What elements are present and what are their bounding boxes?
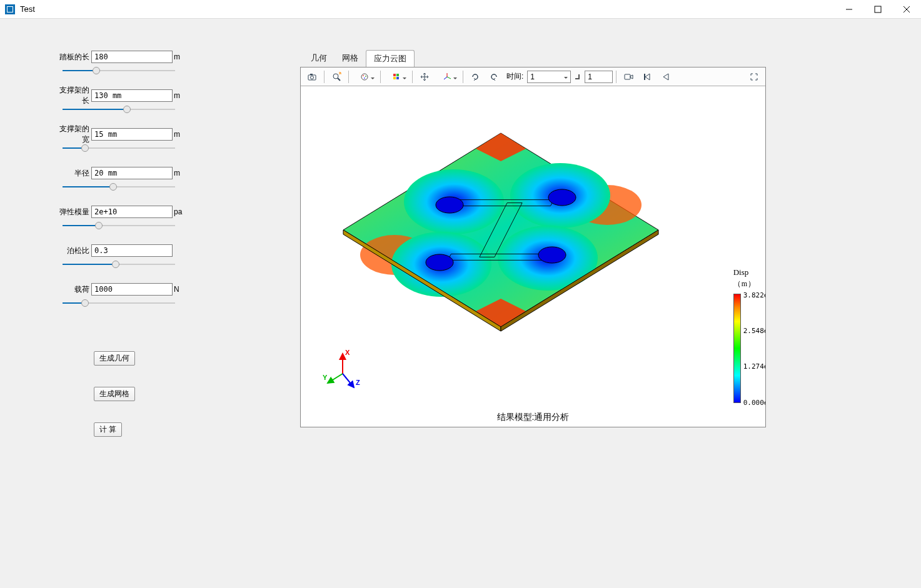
rotate-ccw-icon	[489, 72, 499, 82]
tab-stress-cloud[interactable]: 应力云图	[366, 50, 415, 67]
axis-icon	[442, 72, 452, 82]
axis-dropdown[interactable]	[435, 69, 460, 84]
model-caption: 结果模型:通用分析	[497, 412, 570, 423]
svg-text:X: X	[345, 349, 350, 356]
compute-button[interactable]: 计 算	[94, 422, 122, 437]
play-back-icon	[661, 72, 671, 82]
close-button[interactable]	[892, 0, 921, 19]
snapshot-button[interactable]	[303, 69, 321, 84]
maximize-button[interactable]	[863, 0, 892, 19]
render-style-dropdown[interactable]	[384, 69, 409, 84]
elastic-modulus-input[interactable]	[91, 206, 173, 218]
app-icon	[5, 4, 15, 14]
zoom-to-fit-button[interactable]	[328, 69, 345, 84]
window-title: Test	[20, 4, 35, 14]
param-label: 泊松比	[56, 246, 91, 256]
svg-line-8	[338, 78, 340, 81]
svg-point-12	[364, 77, 365, 79]
param-unit: pa	[174, 207, 182, 216]
color-legend: Disp （m） 3.822e-05 2.548e-05 1.274e-05 0…	[733, 267, 756, 293]
support-width-input[interactable]	[91, 128, 173, 141]
param-label: 载荷	[56, 284, 91, 295]
plate-length-slider[interactable]	[63, 66, 175, 75]
param-row-elastic-modulus: 弹性模量 pa	[56, 205, 263, 219]
svg-line-39	[328, 374, 343, 383]
svg-line-19	[444, 77, 447, 79]
time-label: 时间:	[506, 71, 523, 82]
svg-rect-22	[625, 74, 630, 79]
pan-button[interactable]	[416, 69, 433, 84]
svg-point-5	[311, 76, 314, 79]
svg-rect-6	[310, 74, 313, 75]
viewer-panel: 几何 网格 应力云图 时间: 1 1	[300, 50, 921, 588]
first-frame-button[interactable]	[638, 69, 656, 84]
rotate-ccw-button[interactable]	[485, 69, 503, 84]
view-mode-dropdown[interactable]	[352, 69, 377, 84]
close-icon	[902, 4, 912, 14]
param-unit: m	[174, 169, 180, 177]
poisson-slider[interactable]	[63, 260, 175, 269]
minimize-button[interactable]	[835, 0, 863, 19]
fullscreen-button[interactable]	[745, 69, 763, 84]
svg-line-18	[447, 77, 451, 79]
svg-point-34	[548, 189, 576, 206]
param-row-support-length: 支撑架的长 m	[56, 89, 263, 102]
prev-frame-button[interactable]	[657, 69, 675, 84]
viewer: 时间: 1 1	[300, 67, 766, 427]
svg-point-7	[333, 74, 338, 79]
generate-mesh-button[interactable]: 生成网格	[94, 387, 135, 401]
record-button[interactable]	[620, 69, 637, 84]
poisson-input[interactable]	[91, 244, 173, 257]
cube-color-icon	[391, 72, 401, 82]
camera-icon	[307, 72, 317, 82]
legend-gradient-bar	[733, 294, 741, 403]
support-length-input[interactable]	[91, 89, 173, 102]
minimize-icon	[844, 4, 854, 14]
video-icon	[623, 72, 633, 82]
legend-tick: 3.822e-05	[743, 291, 765, 299]
rotate-cw-icon	[470, 72, 480, 82]
radius-input[interactable]	[91, 167, 173, 179]
maximize-icon	[873, 4, 883, 14]
frame-spinner[interactable]: 1	[585, 71, 613, 83]
skip-back-icon	[642, 72, 652, 82]
radius-slider[interactable]	[63, 182, 175, 191]
param-label: 弹性模量	[56, 207, 91, 217]
svg-point-10	[363, 75, 364, 76]
svg-point-33	[436, 197, 463, 213]
time-combo[interactable]: 1	[527, 71, 571, 83]
time-end-button[interactable]	[572, 69, 583, 84]
svg-rect-1	[875, 6, 881, 12]
param-unit: N	[174, 285, 179, 294]
param-unit: m	[174, 91, 180, 100]
svg-rect-13	[393, 74, 396, 76]
svg-point-11	[365, 76, 366, 77]
svg-rect-14	[396, 74, 399, 76]
load-slider[interactable]	[63, 299, 175, 307]
time-value: 1	[530, 72, 535, 81]
fullscreen-icon	[749, 72, 759, 82]
legend-unit: （m）	[733, 279, 756, 289]
load-input[interactable]	[91, 283, 173, 296]
plate-length-input[interactable]	[91, 51, 173, 63]
generate-geometry-button[interactable]: 生成几何	[94, 351, 135, 366]
move-icon	[420, 72, 430, 82]
viewer-tabs: 几何 网格 应力云图	[300, 50, 846, 67]
tab-mesh[interactable]: 网格	[335, 50, 366, 67]
palette-icon	[360, 72, 370, 82]
result-model-plot	[338, 117, 663, 355]
param-row-support-width: 支撑架的宽 m	[56, 127, 263, 141]
svg-point-9	[361, 74, 368, 80]
param-row-load: 载荷 N	[56, 282, 263, 296]
support-width-slider[interactable]	[63, 144, 175, 152]
svg-marker-24	[343, 133, 658, 327]
svg-line-41	[343, 374, 354, 387]
rotate-cw-button[interactable]	[466, 69, 484, 84]
support-length-slider[interactable]	[63, 105, 175, 114]
legend-title: Disp	[733, 267, 756, 277]
param-label: 踏板的长	[56, 52, 91, 62]
elastic-modulus-slider[interactable]	[63, 221, 175, 230]
tab-geometry[interactable]: 几何	[303, 50, 335, 67]
svg-text:Z: Z	[356, 379, 360, 386]
canvas-area[interactable]: X Y Z Disp （m） 3.822e-05 2.548e-05 1.274…	[301, 86, 765, 427]
